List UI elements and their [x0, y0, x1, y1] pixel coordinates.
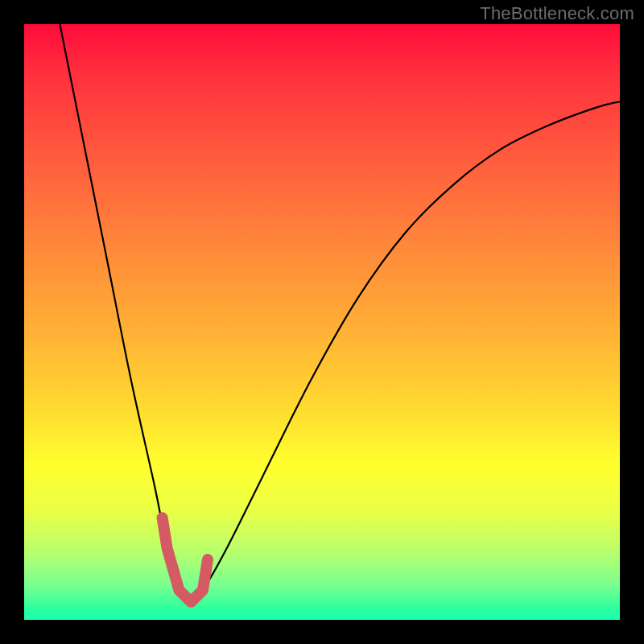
- minimum-marker: [163, 518, 208, 602]
- curve-line: [60, 24, 620, 602]
- bottleneck-curve: [24, 24, 620, 620]
- chart-plot-area: [24, 24, 620, 620]
- watermark-text: TheBottleneck.com: [480, 3, 634, 24]
